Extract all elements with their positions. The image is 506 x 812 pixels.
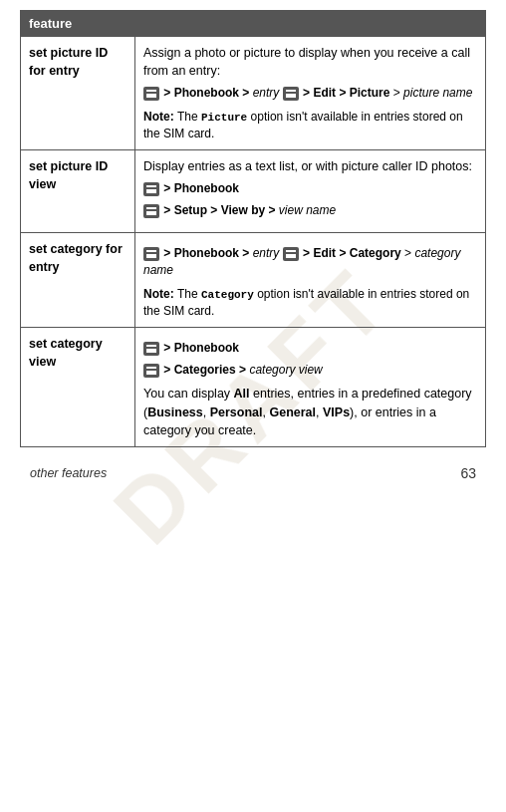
- feature-name: set picture ID view: [21, 149, 135, 232]
- bold-keyword: All: [234, 387, 250, 401]
- menu-path: > Edit > Category: [300, 246, 401, 260]
- italic-text: entry: [253, 86, 283, 100]
- table-header: feature: [21, 11, 486, 37]
- note-label: Note:: [143, 287, 177, 301]
- menu-path: > Setup > View by >: [160, 203, 279, 217]
- page-footer: other features 63: [20, 447, 486, 481]
- description-intro: Assign a photo or picture to display whe…: [143, 44, 477, 80]
- bold-keyword: VIPs: [323, 406, 350, 419]
- feature-description: Display entries as a text list, or with …: [135, 149, 486, 232]
- feature-description: > Phonebook > entry > Edit > Category > …: [135, 232, 486, 327]
- features-table: feature set picture ID for entryAssign a…: [20, 10, 486, 447]
- description-intro: Display entries as a text list, or with …: [143, 157, 477, 175]
- table-row: set picture ID viewDisplay entries as a …: [21, 149, 486, 232]
- note-bold-word: Category: [201, 289, 254, 301]
- feature-name: set category for entry: [21, 232, 135, 327]
- menu-icon: [143, 247, 159, 261]
- menu-icon: [143, 364, 159, 378]
- menu-icon: [283, 247, 299, 261]
- note-block: Note: The Picture option isn't available…: [143, 109, 477, 142]
- bold-keyword: General: [269, 406, 316, 419]
- description-after: You can display All entries, entries in …: [143, 385, 477, 438]
- note-block: Note: The Category option isn't availabl…: [143, 286, 477, 320]
- table-row: set category for entry > Phonebook > ent…: [21, 232, 486, 327]
- italic-text: entry: [253, 246, 283, 260]
- feature-name: set picture ID for entry: [21, 37, 135, 150]
- menu-icon: [143, 204, 159, 218]
- bold-keyword: Business: [147, 406, 203, 419]
- feature-description: > Phonebook > Categories > category view…: [135, 327, 486, 446]
- menu-path: > Phonebook >: [160, 246, 253, 260]
- footer-page-number: 63: [460, 465, 476, 481]
- page-content: feature set picture ID for entryAssign a…: [0, 0, 506, 541]
- italic-text: picture name: [403, 86, 472, 100]
- table-row: set category view > Phonebook > Categori…: [21, 327, 486, 446]
- menu-icon: [143, 182, 159, 196]
- menu-path: > Categories >: [160, 363, 249, 377]
- menu-icon: [283, 87, 299, 101]
- menu-path: > Phonebook: [160, 341, 239, 355]
- feature-name: set category view: [21, 327, 135, 446]
- table-row: set picture ID for entryAssign a photo o…: [21, 37, 486, 150]
- footer-label: other features: [30, 466, 107, 480]
- italic-text: view name: [279, 203, 336, 217]
- feature-description: Assign a photo or picture to display whe…: [135, 37, 486, 150]
- bold-keyword: Personal: [210, 406, 263, 419]
- menu-icon: [143, 342, 159, 356]
- note-label: Note:: [143, 110, 177, 124]
- italic-text: category view: [249, 363, 322, 377]
- menu-path: > Edit > Picture: [300, 86, 390, 100]
- menu-path: > Phonebook >: [160, 86, 253, 100]
- menu-icon: [143, 87, 159, 101]
- note-bold-word: Picture: [201, 112, 247, 124]
- menu-path: > Phonebook: [160, 181, 239, 195]
